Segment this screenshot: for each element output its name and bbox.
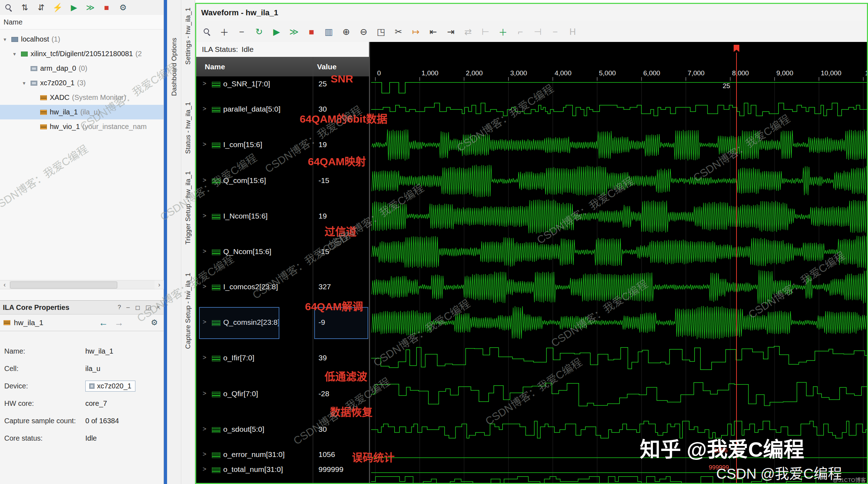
sidebar-tab-Settings - hw_ila_1[interactable]: Settings - hw_ila_1 xyxy=(181,8,195,65)
prev-transition-icon[interactable]: ⌐ xyxy=(515,26,526,37)
expand-icon[interactable]: > xyxy=(203,354,207,361)
goto-trigger-icon[interactable]: ↦ xyxy=(410,26,422,37)
signal-row-I_com[15:6][interactable]: >I_com[15:6]19 xyxy=(196,138,369,152)
float-icon[interactable]: ◲ xyxy=(145,304,151,311)
expand-icon[interactable]: > xyxy=(203,390,207,397)
bus-signal-icon xyxy=(212,214,220,220)
zoom-in-icon[interactable]: ⊕ xyxy=(341,26,352,37)
maximize-icon[interactable]: ◻ xyxy=(135,304,140,311)
expand-icon[interactable]: > xyxy=(203,451,207,458)
signal-row-o_sdout[5:0][interactable]: >o_sdout[5:0]30 xyxy=(196,423,369,437)
add-marker-icon[interactable]: ＋ xyxy=(497,26,509,37)
trace-parallel_data[5:0] xyxy=(371,103,867,116)
device-value-box[interactable]: xc7z020_1 xyxy=(85,381,135,392)
expand-icon[interactable]: > xyxy=(203,248,207,255)
scrollbar-track[interactable] xyxy=(9,280,155,289)
signal-value: 39 xyxy=(318,354,327,362)
stop-trigger-icon[interactable]: ■ xyxy=(306,26,317,37)
run-immediate-icon[interactable]: ≫ xyxy=(288,26,300,37)
expand-icon[interactable]: > xyxy=(203,466,207,473)
goto-start-icon[interactable]: ⇤ xyxy=(428,26,439,37)
zoom-fit-icon[interactable]: ◳ xyxy=(375,26,387,37)
remove-icon[interactable]: − xyxy=(236,26,247,37)
waveform-plot[interactable]: 01,0002,0003,0004,0005,0006,0007,0008,00… xyxy=(371,42,867,483)
help-icon[interactable]: ? xyxy=(118,304,121,311)
ila-tabs-column: Settings - hw_ila_1Status - hw_ila_1Trig… xyxy=(181,0,195,484)
tree-item-xilinx_tcf/Digilent/210512180081[interactable]: ▾xilinx_tcf/Digilent/210512180081(2 xyxy=(0,47,164,61)
marker-left-icon[interactable]: ⊢ xyxy=(480,26,491,37)
tree-item-suffix: (System Monitor) xyxy=(72,93,126,102)
host-icon xyxy=(11,37,18,42)
crop-icon[interactable]: ✂ xyxy=(393,26,404,37)
sidebar-tab-Dashboard Options[interactable]: Dashboard Options xyxy=(167,33,181,101)
signal-row-o_Qfir[7:0][interactable]: >o_Qfir[7:0]-28 xyxy=(196,387,369,401)
signal-row-o_error_num[31:0][interactable]: >o_error_num[31:0]1056 xyxy=(196,448,369,462)
scroll-right-icon[interactable]: › xyxy=(155,281,164,289)
tree-item-localhost[interactable]: ▾localhost(1) xyxy=(0,32,164,47)
forward-arrow-icon[interactable]: → xyxy=(114,317,124,328)
gear-icon[interactable]: ⚙ xyxy=(151,318,158,327)
panel-splitter[interactable] xyxy=(164,0,167,484)
run-immediate-icon[interactable]: ≫ xyxy=(85,2,96,13)
property-label: Cell: xyxy=(0,365,85,373)
expand-icon[interactable]: > xyxy=(203,283,207,290)
swap-cursors-icon[interactable]: ⇄ xyxy=(462,26,474,37)
tree-item-hw_vio_1[interactable]: hw_vio_1(your_instance_nam xyxy=(0,119,164,134)
zoom-out-icon[interactable]: ⊖ xyxy=(358,26,369,37)
expand-icon[interactable]: > xyxy=(203,80,207,87)
expand-icon[interactable]: > xyxy=(203,141,207,148)
ila-icon xyxy=(40,110,47,115)
back-arrow-icon[interactable]: ← xyxy=(99,317,108,328)
expand-icon[interactable]: > xyxy=(203,425,207,433)
horizontal-scrollbar[interactable]: ‹ › xyxy=(0,280,164,289)
minimize-icon[interactable]: – xyxy=(126,304,129,311)
export-waveform-icon[interactable]: ▥ xyxy=(323,26,334,37)
settings-icon[interactable]: ⚙ xyxy=(117,2,129,13)
add-icon[interactable]: ＋ xyxy=(219,26,230,37)
tree-item-XADC[interactable]: XADC(System Monitor) xyxy=(0,90,164,105)
run-trigger-icon[interactable]: ▶ xyxy=(68,2,80,13)
auto-connect-icon[interactable]: ⚡ xyxy=(52,2,63,13)
signal-row-o_Ifir[7:0][interactable]: >o_Ifir[7:0]39 xyxy=(196,351,369,365)
hardware-tree: ▾localhost(1)▾xilinx_tcf/Digilent/210512… xyxy=(0,32,164,134)
bus-signal-icon xyxy=(212,142,220,148)
expand-icon[interactable]: > xyxy=(203,105,207,113)
sidebar-tab-Status - hw_ila_1[interactable]: Status - hw_ila_1 xyxy=(181,100,195,156)
tree-item-hw_ila_1[interactable]: hw_ila_1(ila_u) xyxy=(0,105,164,119)
close-icon[interactable]: × xyxy=(156,304,160,311)
signal-row-Q_com[15:6][interactable]: >Q_com[15:6]-15 xyxy=(196,174,369,188)
sidebar-tab-Capture Setup - hw_ila_1[interactable]: Capture Setup - hw_ila_1 xyxy=(181,260,195,361)
tree-item-xc7z020_1[interactable]: ▾xc7z020_1(3) xyxy=(0,76,164,90)
marker-right-icon[interactable]: ⊣ xyxy=(532,26,543,37)
goto-end-icon[interactable]: ⇥ xyxy=(445,26,456,37)
collapse-all-icon[interactable]: ⇅ xyxy=(19,2,31,13)
tree-item-arm_dap_0[interactable]: arm_dap_0(0) xyxy=(0,61,164,76)
signal-row-o_total_num[31:0][interactable]: >o_total_num[31:0]999999 xyxy=(196,463,369,477)
expander-icon[interactable]: ▾ xyxy=(23,80,31,86)
scroll-left-icon[interactable]: ‹ xyxy=(0,281,9,289)
run-trigger-icon[interactable]: ▶ xyxy=(271,26,282,37)
search-icon[interactable] xyxy=(3,2,14,13)
time-tick-label: 4,000 xyxy=(554,69,572,77)
expander-icon[interactable]: ▾ xyxy=(4,36,11,43)
expand-icon[interactable]: > xyxy=(203,212,207,220)
property-row: Cell:ila_u xyxy=(0,360,164,377)
property-row: Core status:Idle xyxy=(0,430,164,447)
waveform-cursor[interactable] xyxy=(736,53,737,483)
time-tick-label: 2,000 xyxy=(466,69,483,77)
scrollbar-thumb[interactable] xyxy=(10,281,117,289)
signal-row-I_comcos2[23:8][interactable]: >I_comcos2[23:8]327 xyxy=(196,280,369,294)
remove-marker-icon[interactable]: − xyxy=(550,26,561,37)
hold-icon[interactable]: H xyxy=(567,26,578,37)
expand-all-icon[interactable]: ⇵ xyxy=(36,2,47,13)
sidebar-tab-Trigger Setup - hw_ila_1[interactable]: Trigger Setup - hw_ila_1 xyxy=(181,166,195,249)
signal-row-I_Ncom[15:6][interactable]: >I_Ncom[15:6]19 xyxy=(196,209,369,224)
expand-icon[interactable]: > xyxy=(203,177,207,184)
rerun-trigger-icon[interactable]: ↻ xyxy=(253,26,265,37)
expander-icon[interactable]: ▾ xyxy=(13,51,21,57)
search-icon[interactable] xyxy=(201,26,213,37)
waveform-title-bar[interactable]: Waveform - hw_ila_1 xyxy=(196,4,867,22)
signal-row-Q_Ncom[15:6][interactable]: >Q_Ncom[15:6]-15 xyxy=(196,245,369,259)
stop-trigger-icon[interactable]: ■ xyxy=(101,2,112,13)
zhihu-branding: 知乎 @我爱C编程 xyxy=(640,433,804,463)
